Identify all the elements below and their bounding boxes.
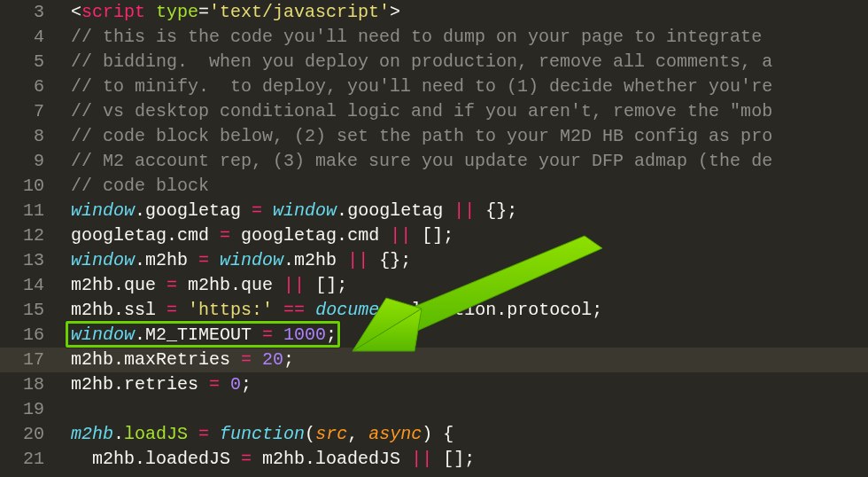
code-line[interactable]: m2hb.loadedJS = m2hb.loadedJS || []; — [60, 447, 868, 472]
code-token: . — [337, 225, 347, 246]
code-line[interactable]: m2hb.ssl = 'https:' == document.location… — [60, 298, 868, 323]
code-token: src — [315, 424, 347, 444]
code-token — [411, 225, 422, 246]
code-token — [432, 424, 443, 444]
code-token: || — [411, 449, 432, 469]
line-number: 8 — [0, 124, 60, 149]
code-token: || — [283, 275, 305, 295]
code-token: m2hb — [71, 300, 113, 320]
code-token: m2hb — [71, 275, 113, 295]
code-token: window — [71, 325, 135, 345]
code-token: type — [156, 2, 198, 22]
code-token: async — [368, 424, 422, 444]
code-token: = — [220, 225, 230, 246]
code-token: . — [135, 449, 145, 469]
code-token: window — [71, 250, 135, 270]
code-line[interactable]: // this is the code you'll need to dump … — [60, 25, 868, 50]
code-token: que — [241, 275, 283, 295]
code-line[interactable]: m2hb.maxRetries = 20; — [60, 348, 868, 372]
code-token: loadedJS — [315, 449, 411, 469]
code-line[interactable]: googletag.cmd = googletag.cmd || []; — [60, 223, 868, 248]
code-token: // to minify. to deploy, you'll need to … — [71, 76, 772, 97]
code-token: m2hb — [294, 250, 347, 270]
code-line[interactable]: // vs desktop conditional logic and if y… — [60, 99, 868, 124]
line-number: 4 — [0, 25, 60, 50]
code-token: cmd — [347, 225, 390, 246]
code-line[interactable]: // code block below, (2) set the path to… — [60, 124, 868, 149]
code-line[interactable]: // bidding. when you deploy on productio… — [60, 50, 868, 74]
code-line[interactable]: // code block — [60, 174, 868, 199]
code-area[interactable]: <script type='text/javascript'>// this i… — [60, 0, 868, 477]
code-token: = — [209, 374, 220, 395]
code-token: {}; — [485, 200, 517, 221]
code-token: ; — [283, 349, 294, 370]
line-number: 16 — [0, 323, 60, 348]
code-token: {}; — [379, 250, 411, 270]
code-token: m2hb — [71, 424, 113, 444]
code-token — [177, 300, 188, 320]
code-token: function — [220, 424, 305, 444]
line-number: 5 — [0, 50, 60, 74]
code-line[interactable]: window.googletag = window.googletag || {… — [60, 199, 868, 223]
code-token: . — [113, 275, 124, 295]
code-token: = — [198, 424, 209, 444]
code-line[interactable]: m2hb.retries = 0; — [60, 372, 868, 397]
code-token: = — [198, 250, 209, 270]
line-number: 14 — [0, 273, 60, 298]
code-token: = — [241, 449, 252, 469]
code-token: script — [81, 2, 156, 22]
code-editor[interactable]: 3456789101112131415161718192021 <script … — [0, 0, 868, 477]
code-token: 20 — [262, 349, 283, 370]
code-token — [305, 275, 315, 295]
code-token: . — [113, 300, 124, 320]
code-line[interactable] — [60, 397, 868, 422]
code-token — [273, 300, 283, 320]
code-line[interactable]: window.M2_TIMEOUT = 1000; — [60, 323, 868, 348]
code-token: // this is the code you'll need to dump … — [71, 27, 772, 47]
code-token: || — [453, 200, 475, 221]
code-token: > — [390, 2, 400, 22]
code-token: cmd — [177, 225, 220, 246]
code-token: . — [113, 374, 124, 395]
code-token: maxRetries — [124, 349, 241, 370]
code-token: , — [347, 424, 368, 444]
code-token: = — [262, 325, 273, 345]
code-token: m2hb — [177, 275, 230, 295]
code-token: . — [135, 200, 145, 221]
code-token: googletag — [230, 225, 337, 246]
code-token — [475, 200, 485, 221]
code-token: = — [241, 349, 252, 370]
code-line[interactable]: m2hb.que = m2hb.que || []; — [60, 273, 868, 298]
line-number: 12 — [0, 223, 60, 248]
code-line[interactable]: window.m2hb = window.m2hb || {}; — [60, 248, 868, 273]
line-number: 19 — [0, 397, 60, 422]
code-line[interactable]: // to minify. to deploy, you'll need to … — [60, 74, 868, 99]
code-token — [368, 250, 379, 270]
code-token: . — [113, 424, 124, 444]
code-token: location — [411, 300, 496, 320]
code-token: []; — [422, 225, 453, 246]
code-line[interactable]: m2hb.loadJS = function(src, async) { — [60, 422, 868, 447]
code-token: 1000 — [283, 325, 326, 345]
code-token: . — [113, 349, 124, 370]
line-number: 9 — [0, 149, 60, 174]
code-token: . — [167, 225, 177, 246]
code-token: == — [283, 300, 305, 320]
code-line[interactable]: <script type='text/javascript'> — [60, 0, 868, 25]
code-token: retries — [124, 374, 209, 395]
code-token: protocol — [507, 300, 592, 320]
code-token: loadJS — [124, 424, 188, 444]
code-token: ; — [592, 300, 602, 320]
code-token — [209, 250, 220, 270]
code-token: || — [347, 250, 368, 270]
code-token: = — [167, 300, 177, 320]
code-token: // code block — [71, 176, 209, 196]
code-token: googletag — [347, 200, 453, 221]
code-token: []; — [443, 449, 475, 469]
line-number: 18 — [0, 372, 60, 397]
code-token: que — [124, 275, 167, 295]
code-token: ) — [422, 424, 432, 444]
code-token: . — [496, 300, 507, 320]
code-line[interactable]: // M2 account rep, (3) make sure you upd… — [60, 149, 868, 174]
code-token — [305, 300, 315, 320]
